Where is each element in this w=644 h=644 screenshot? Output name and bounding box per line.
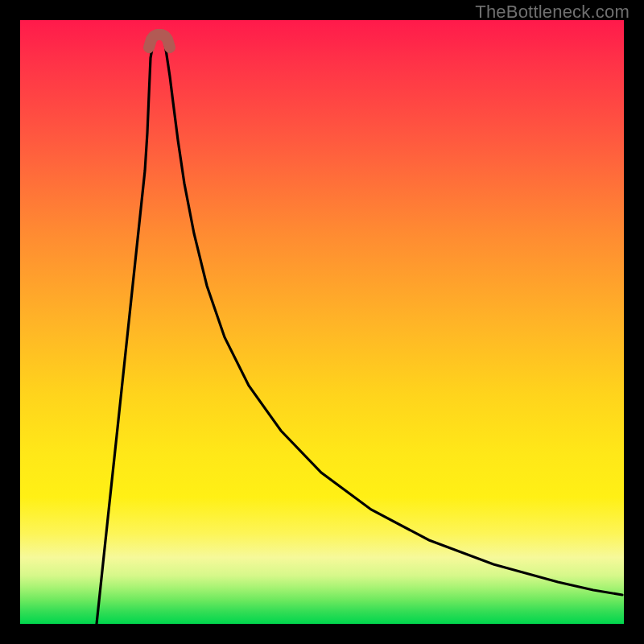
curve-overlay <box>20 20 624 624</box>
left-branch-path <box>97 44 153 624</box>
right-branch-path <box>165 44 622 595</box>
plot-area <box>20 20 624 624</box>
cusp-marker-path <box>149 35 170 47</box>
chart-container: TheBottleneck.com <box>0 0 644 644</box>
